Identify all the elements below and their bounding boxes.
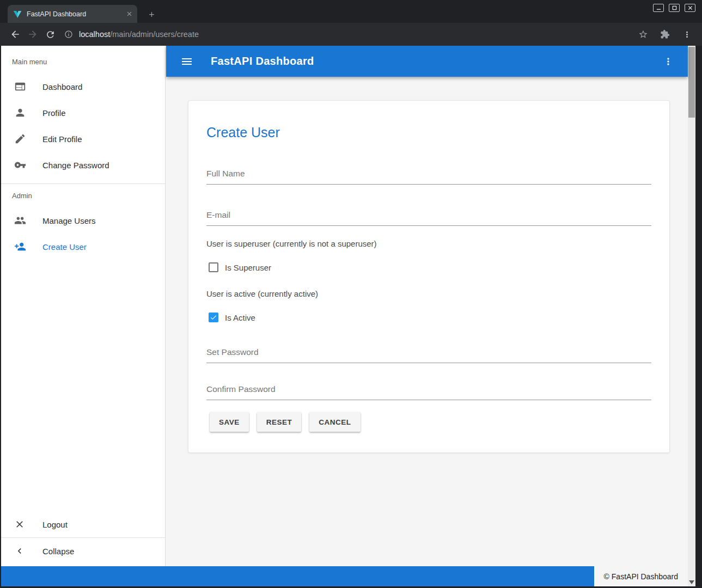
sidebar: Main menu Dashboard Profile Edit Profile bbox=[1, 46, 166, 566]
save-button[interactable]: SAVE bbox=[210, 412, 249, 432]
forward-button[interactable] bbox=[24, 26, 41, 43]
sidebar-section-main-menu: Main menu bbox=[12, 58, 165, 66]
sidebar-item-label: Manage Users bbox=[42, 216, 96, 225]
sidebar-item-label: Collapse bbox=[42, 547, 74, 556]
sidebar-bottom: Logout Collapse bbox=[1, 511, 165, 564]
sidebar-item-create-user[interactable]: Create User bbox=[1, 234, 165, 260]
superuser-hint: User is superuser (currently is not a su… bbox=[206, 239, 651, 249]
sidebar-item-label: Create User bbox=[42, 242, 87, 252]
sidebar-item-manage-users[interactable]: Manage Users bbox=[1, 207, 165, 234]
email-input[interactable]: E-mail bbox=[206, 210, 651, 226]
close-x-icon bbox=[14, 518, 27, 531]
set-password-input[interactable]: Set Password bbox=[206, 347, 651, 363]
footer-copyright-box: © FastAPI Dashboard bbox=[594, 566, 688, 586]
is-superuser-label: Is Superuser bbox=[225, 263, 271, 272]
person-icon bbox=[14, 106, 27, 119]
tab-strip: FastAPI Dashboard bbox=[0, 0, 702, 23]
address-bar[interactable]: localhost/main/admin/users/create bbox=[64, 30, 634, 39]
sidebar-item-label: Change Password bbox=[42, 161, 109, 170]
toolbar-right bbox=[634, 26, 695, 43]
full-name-input[interactable]: Full Name bbox=[206, 168, 651, 185]
main-area: FastAPI Dashboard Create User Full Name … bbox=[166, 46, 688, 566]
site-info-icon[interactable] bbox=[64, 30, 73, 39]
page-scrollbar[interactable] bbox=[688, 46, 695, 586]
tab-close-icon[interactable] bbox=[126, 10, 133, 17]
sidebar-item-label: Edit Profile bbox=[42, 134, 82, 144]
is-superuser-checkbox-row[interactable]: Is Superuser bbox=[209, 261, 651, 274]
set-password-label: Set Password bbox=[206, 347, 651, 357]
url-host: localhost bbox=[79, 30, 110, 39]
vuetify-logo-icon bbox=[13, 10, 22, 19]
is-active-checkbox[interactable] bbox=[209, 313, 218, 322]
reset-button[interactable]: RESET bbox=[257, 412, 302, 432]
sidebar-item-logout[interactable]: Logout bbox=[1, 511, 165, 537]
content-area: Create User Full Name E-mail User is sup… bbox=[166, 77, 688, 566]
people-icon bbox=[14, 214, 27, 227]
scrollbar-thumb[interactable] bbox=[688, 47, 695, 118]
appbar-kebab-icon[interactable] bbox=[658, 52, 678, 71]
full-name-label: Full Name bbox=[206, 168, 651, 179]
page-title: Create User bbox=[206, 125, 651, 140]
copyright-text: © FastAPI Dashboard bbox=[604, 572, 678, 581]
minimize-button[interactable] bbox=[653, 4, 664, 12]
is-superuser-checkbox[interactable] bbox=[209, 262, 218, 272]
bookmark-star-icon[interactable] bbox=[634, 26, 652, 43]
browser-window: FastAPI Dashboard bbox=[0, 0, 702, 588]
browser-toolbar: localhost/main/admin/users/create bbox=[0, 23, 702, 46]
close-button[interactable] bbox=[685, 4, 695, 12]
is-active-checkbox-row[interactable]: Is Active bbox=[209, 311, 651, 324]
sidebar-item-label: Profile bbox=[42, 108, 66, 118]
extensions-icon[interactable] bbox=[656, 26, 674, 43]
browser-menu-icon[interactable] bbox=[678, 26, 695, 43]
app-bar: FastAPI Dashboard bbox=[166, 46, 688, 77]
active-hint: User is active (currently active) bbox=[206, 289, 651, 299]
sidebar-item-collapse[interactable]: Collapse bbox=[1, 538, 165, 564]
sidebar-item-change-password[interactable]: Change Password bbox=[1, 152, 165, 178]
email-label: E-mail bbox=[206, 210, 651, 220]
window-controls bbox=[653, 4, 695, 12]
page-footer: © FastAPI Dashboard bbox=[1, 566, 688, 586]
maximize-button[interactable] bbox=[669, 4, 680, 12]
chevron-left-icon bbox=[14, 544, 27, 558]
scroll-down-arrow-icon[interactable] bbox=[689, 580, 694, 584]
sidebar-item-label: Logout bbox=[42, 520, 68, 529]
sidebar-item-edit-profile[interactable]: Edit Profile bbox=[1, 126, 165, 152]
sidebar-divider bbox=[1, 183, 165, 184]
confirm-password-label: Confirm Password bbox=[206, 384, 651, 394]
cancel-button[interactable]: CANCEL bbox=[309, 412, 360, 432]
sidebar-item-profile[interactable]: Profile bbox=[1, 100, 165, 126]
tab-title: FastAPI Dashboard bbox=[27, 10, 126, 18]
confirm-password-input[interactable]: Confirm Password bbox=[206, 384, 651, 400]
pencil-icon bbox=[14, 132, 27, 145]
url-path: /main/admin/users/create bbox=[110, 30, 199, 39]
hamburger-menu-icon[interactable] bbox=[177, 52, 197, 71]
back-button[interactable] bbox=[7, 26, 24, 43]
dashboard-icon bbox=[14, 80, 27, 93]
form-buttons: SAVE RESET CANCEL bbox=[210, 412, 651, 432]
sidebar-item-label: Dashboard bbox=[42, 82, 82, 91]
key-icon bbox=[14, 158, 27, 171]
reload-button[interactable] bbox=[41, 26, 59, 43]
new-tab-button[interactable] bbox=[144, 7, 159, 22]
sidebar-item-dashboard[interactable]: Dashboard bbox=[1, 74, 165, 100]
sidebar-section-admin: Admin bbox=[12, 192, 165, 200]
page: Main menu Dashboard Profile Edit Profile bbox=[1, 46, 695, 586]
browser-tab[interactable]: FastAPI Dashboard bbox=[8, 5, 137, 23]
is-active-label: Is Active bbox=[225, 313, 255, 322]
person-add-icon bbox=[14, 240, 27, 253]
create-user-card: Create User Full Name E-mail User is sup… bbox=[188, 100, 670, 453]
footer-bar bbox=[1, 566, 594, 586]
appbar-title: FastAPI Dashboard bbox=[211, 55, 314, 68]
